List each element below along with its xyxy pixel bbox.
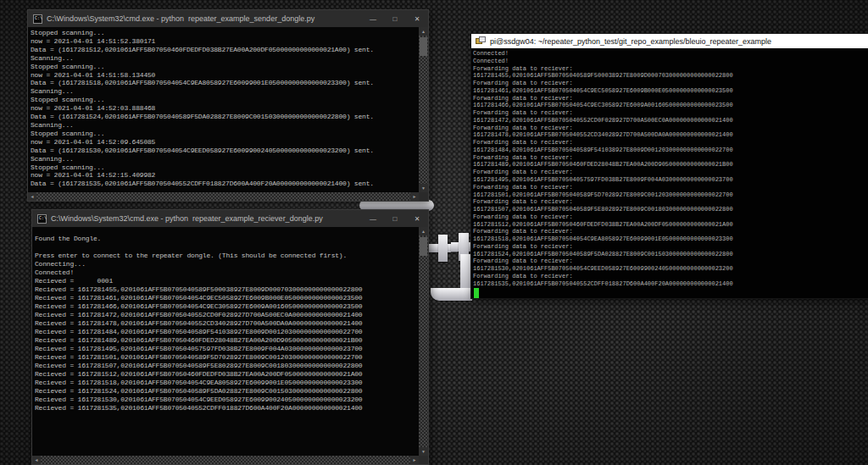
terminal-line: 1617281478,0201061AFF5B0705040552CD34028… [473, 131, 868, 139]
terminal-line: Recieved = 1617281489,0201061AFF5B070504… [35, 336, 419, 345]
scroll-right-icon[interactable]: ► [410, 192, 419, 201]
terminal-line: Forwarding data to reciever: [473, 109, 868, 117]
putty-titlebar[interactable]: pi@ssdgw04: ~/repeater_python_test/git_r… [471, 34, 868, 48]
receiver-terminal-window: C:\ C:\Windows\System32\cmd.exe - python… [31, 209, 429, 465]
terminal-line: Connecting... [35, 260, 419, 268]
horizontal-scrollbar[interactable]: ◄ ► [32, 456, 419, 464]
terminal-line: Stopped scanning... [31, 29, 419, 37]
cmd-icon[interactable]: C:\ [33, 14, 42, 24]
terminal-line: Recieved = 1617281461,0201061AFF5B070504… [35, 294, 419, 302]
terminal-line: Data = (1617281512,0201061AFF5B07050460F… [31, 46, 419, 54]
receiver-terminal-output: Found the Dongle.Press enter to connect … [32, 227, 419, 456]
terminal-line: Forwarding data to reciever: [473, 184, 868, 191]
terminal-line: 1617281518,0201061AFF5B070504054C9EA8058… [473, 235, 868, 243]
terminal-line: Data = (1617281535,0201061AFF5B070504055… [31, 180, 419, 188]
terminal-line: Recieved = 1617281466,0201061AFF5B070504… [35, 302, 419, 311]
terminal-line: Forwarding data to reciever: [473, 228, 868, 235]
scroll-up-icon[interactable]: ▲ [419, 227, 428, 235]
sender-terminal-output: Stopped scanning...now = 2021-04-01 14:5… [28, 27, 419, 192]
terminal-line: Forwarding data to reciever: [473, 139, 868, 147]
maximize-button[interactable]: □ [384, 210, 406, 227]
terminal-line: now = 2021-04-01 14:52:15.409982 [31, 171, 419, 180]
terminal-line: Scanning... [31, 54, 419, 63]
terminal-line: 1617281455,0201061AFF5B0705040589F500038… [473, 72, 868, 80]
receiver-terminal-body: Found the Dongle.Press enter to connect … [32, 227, 428, 464]
terminal-line: Forwarding data to reciever: [473, 80, 868, 87]
terminal-line: 1617281507,0201061AFF5B0705040589F5E8028… [473, 206, 868, 213]
putty-icon[interactable] [476, 36, 486, 46]
terminal-line: Recieved = 1617281524,0201061AFF5B070504… [35, 387, 419, 396]
terminal-line: 1617281489,0201061AFF5B07050460FDED28048… [473, 161, 868, 169]
terminal-line: now = 2021-04-01 14:51:58.134450 [31, 71, 419, 80]
terminal-line: 1617281501,0201061AFF5B0705040589F5D7028… [473, 191, 868, 199]
terminal-line: Recieved = 1617281478,0201061AFF5B070504… [35, 319, 419, 328]
terminal-line: 1617281472,0201061AFF5B0705040552CD0F028… [473, 117, 868, 125]
terminal-line: Connected! [473, 58, 868, 65]
terminal-line: Recieved = 1617281530,0201061AFF5B070504… [35, 396, 419, 404]
terminal-line: Recieved = 1617281507,0201061AFF5B070504… [35, 362, 419, 370]
close-button[interactable]: ✕ [406, 210, 428, 227]
terminal-line: Connected! [35, 268, 419, 277]
terminal-line: 1617281512,0201061AFF5B07050460FDEDFD038… [473, 221, 868, 229]
minimize-button[interactable]: — [362, 10, 384, 27]
terminal-line: Forwarding data to reciever: [473, 95, 868, 102]
terminal-line: 1617281530,0201061AFF5B070504054C9EED058… [473, 265, 868, 273]
sender-titlebar[interactable]: C:\ C:\Windows\System32\cmd.exe - python… [28, 10, 428, 27]
minimize-button[interactable]: — [362, 210, 384, 227]
terminal-line: Data = (1617281530,0201061AFF5B070504054… [31, 147, 419, 155]
terminal-line: Forwarding data to reciever: [473, 169, 868, 176]
cmd-icon[interactable]: C:\ [37, 214, 47, 224]
terminal-line: Forwarding data to reciever: [473, 257, 868, 265]
terminal-line: now = 2021-04-01 14:52:03.888468 [31, 104, 419, 113]
scrollbar-thumb[interactable] [420, 237, 427, 256]
terminal-line: Forwarding data to reciever: [473, 273, 868, 280]
terminal-line: Stopped scanning... [31, 163, 419, 172]
scrollbar-thumb[interactable] [420, 37, 427, 56]
close-button[interactable]: ✕ [406, 10, 428, 27]
terminal-line: Recieved = 1617281495,0201061AFF5B070504… [35, 345, 419, 353]
scroll-right-icon[interactable]: ► [410, 456, 419, 464]
scroll-down-icon[interactable]: ▼ [419, 184, 428, 192]
terminal-line: Recieved = 1617281501,0201061AFF5B070504… [35, 353, 419, 362]
terminal-line: Stopped scanning... [31, 96, 419, 104]
terminal-line: 1617281466,0201061AFF5B070504054C9EC3058… [473, 102, 868, 109]
terminal-line: Forwarding data to reciever: [473, 65, 868, 73]
desktop: C:\ C:\Windows\System32\cmd.exe - python… [0, 0, 868, 465]
terminal-line: 1617281461,0201061AFF5B070504054C9EC5058… [473, 87, 868, 95]
terminal-line: Found the Dongle. [35, 235, 419, 243]
terminal-line: Press enter to connect to the repeater d… [35, 252, 419, 260]
sender-window-title: C:\Windows\System32\cmd.exe - python rep… [47, 14, 358, 23]
terminal-line: Data = (1617281518,0201061AFF5B070504054… [31, 79, 419, 87]
sender-terminal-window: C:\ C:\Windows\System32\cmd.exe - python… [27, 9, 429, 202]
scroll-up-icon[interactable]: ▲ [419, 27, 428, 36]
terminal-line: Scanning... [31, 155, 419, 163]
scrollbar-corner [419, 456, 428, 464]
putty-repeater-window: pi@ssdgw04: ~/repeater_python_test/git_r… [470, 33, 868, 299]
terminal-line [35, 243, 419, 252]
terminal-line: Recieved = 0001 [35, 277, 419, 285]
terminal-line: 1617281524,0201061AFF5B0705040589F5DA028… [473, 251, 868, 258]
terminal-line: Recieved = 1617281535,0201061AFF5B070504… [35, 404, 419, 412]
terminal-line: now = 2021-04-01 14:51:52.380171 [31, 37, 419, 46]
terminal-line: Data = (1617281524,0201061AFF5B070504058… [31, 113, 419, 121]
scroll-left-icon[interactable]: ◄ [32, 456, 41, 464]
terminal-line: Scanning... [31, 87, 419, 96]
scroll-down-icon[interactable]: ▼ [419, 447, 428, 456]
terminal-line: Forwarding data to reciever: [473, 154, 868, 162]
terminal-line: Forwarding data to reciever: [473, 243, 868, 251]
vertical-scrollbar[interactable]: ▲ ▼ [419, 227, 428, 456]
vertical-scrollbar[interactable]: ▲ ▼ [419, 27, 428, 192]
terminal-line: Forwarding data to reciever: [473, 125, 868, 132]
terminal-line: Recieved = 1617281472,0201061AFF5B070504… [35, 311, 419, 319]
putty-terminal-output: Connected!Connected!Forwarding data to r… [473, 50, 868, 288]
putty-terminal-body: Connected!Connected!Forwarding data to r… [471, 48, 868, 298]
maximize-button[interactable]: □ [384, 10, 406, 27]
terminal-line: now = 2021-04-01 14:52:09.645085 [31, 138, 419, 147]
terminal-line: Stopped scanning... [31, 63, 419, 71]
terminal-line: Connected! [473, 50, 868, 58]
scroll-left-icon[interactable]: ◄ [28, 192, 36, 201]
horizontal-scrollbar[interactable]: ◄ ► [28, 192, 419, 201]
receiver-titlebar[interactable]: C:\ C:\Windows\System32\cmd.exe - python… [32, 210, 428, 227]
putty-window-title: pi@ssdgw04: ~/repeater_python_test/git_r… [490, 37, 771, 46]
receiver-window-title: C:\Windows\System32\cmd.exe - python rep… [51, 214, 358, 223]
